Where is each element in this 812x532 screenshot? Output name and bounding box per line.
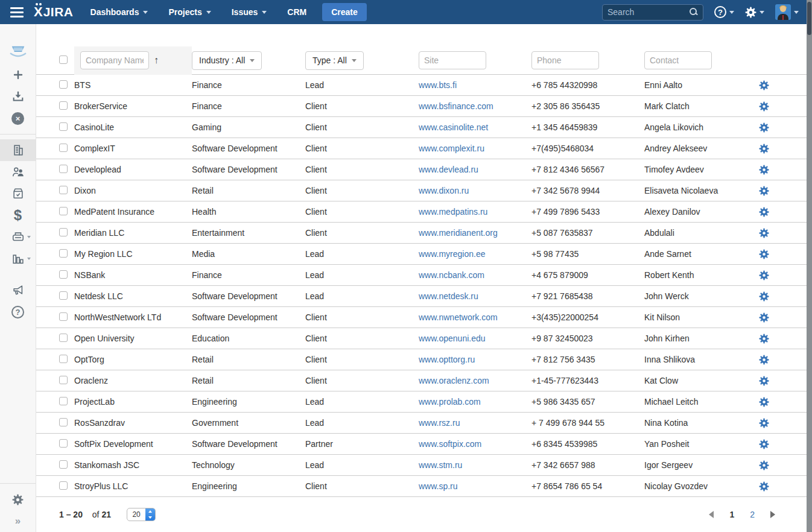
row-settings-gear-icon[interactable] xyxy=(759,397,769,407)
site-filter-input[interactable] xyxy=(419,51,486,69)
row-checkbox[interactable] xyxy=(59,439,68,448)
import-button[interactable] xyxy=(0,86,36,107)
select-all-checkbox[interactable] xyxy=(59,55,68,64)
row-settings-gear-icon[interactable] xyxy=(759,334,769,344)
site-link[interactable]: www.nwnetwork.com xyxy=(419,312,498,322)
sidebar-item-help[interactable]: ? xyxy=(0,301,36,323)
row-checkbox[interactable] xyxy=(59,312,68,321)
sidebar-item-reports[interactable] xyxy=(0,248,36,270)
site-link[interactable]: www.oraclenz.com xyxy=(419,376,489,385)
type-filter-dropdown[interactable]: Type : All xyxy=(305,51,364,70)
row-settings-gear-icon[interactable] xyxy=(759,101,769,112)
sidebar-expand[interactable]: » xyxy=(0,510,36,532)
crm-logo[interactable] xyxy=(0,40,36,64)
search-icon[interactable] xyxy=(690,8,698,16)
scrollbar[interactable] xyxy=(807,0,812,532)
site-link[interactable]: www.bsfinance.com xyxy=(419,101,493,111)
previous-page-arrow[interactable] xyxy=(709,511,714,518)
row-settings-gear-icon[interactable] xyxy=(759,249,769,259)
search-box[interactable] xyxy=(602,4,703,21)
site-link[interactable]: www.opttorg.ru xyxy=(419,355,475,364)
row-settings-gear-icon[interactable] xyxy=(759,165,769,175)
scrollbar-thumb[interactable] xyxy=(807,2,811,35)
site-link[interactable]: www.netdesk.ru xyxy=(419,291,478,301)
industry-filter-dropdown[interactable]: Industry : All xyxy=(192,51,262,70)
page-number-2[interactable]: 2 xyxy=(750,510,755,519)
row-settings-gear-icon[interactable] xyxy=(759,122,769,133)
row-settings-gear-icon[interactable] xyxy=(759,439,769,449)
help-menu[interactable]: ? xyxy=(714,6,734,18)
page-number-1[interactable]: 1 xyxy=(729,510,734,519)
row-settings-gear-icon[interactable] xyxy=(759,312,769,323)
add-button[interactable] xyxy=(0,64,36,86)
row-settings-gear-icon[interactable] xyxy=(759,207,769,217)
row-checkbox[interactable] xyxy=(59,397,68,405)
sidebar-item-products[interactable] xyxy=(0,183,36,204)
row-checkbox[interactable] xyxy=(59,376,68,384)
row-settings-gear-icon[interactable] xyxy=(759,228,769,238)
site-link[interactable]: www.medpatins.ru xyxy=(419,207,487,217)
row-settings-gear-icon[interactable] xyxy=(759,418,769,428)
clear-button[interactable]: × xyxy=(0,107,36,129)
hamburger-icon[interactable] xyxy=(0,7,34,17)
site-link[interactable]: www.meridianent.org xyxy=(419,228,498,238)
site-link[interactable]: www.sp.ru xyxy=(419,481,458,491)
menu-issues[interactable]: Issues xyxy=(232,7,267,17)
row-checkbox[interactable] xyxy=(59,101,68,110)
site-link[interactable]: www.ncbank.com xyxy=(419,270,484,280)
jira-logo[interactable]: X JIRA xyxy=(34,6,74,18)
row-settings-gear-icon[interactable] xyxy=(759,355,769,365)
site-link[interactable]: www.devlead.ru xyxy=(419,165,478,174)
site-link[interactable]: www.myregion.ee xyxy=(419,249,486,259)
create-button[interactable]: Create xyxy=(322,3,367,21)
contact-filter-input[interactable] xyxy=(644,51,712,69)
site-link[interactable]: www.stm.ru xyxy=(419,460,462,470)
row-checkbox[interactable] xyxy=(59,80,68,89)
site-link[interactable]: www.softpix.com xyxy=(419,439,481,449)
sort-ascending-icon[interactable]: ↑ xyxy=(154,55,159,66)
menu-crm[interactable]: CRM xyxy=(287,7,306,17)
row-settings-gear-icon[interactable] xyxy=(759,291,769,302)
site-link[interactable]: www.prolab.com xyxy=(419,397,481,407)
site-link[interactable]: www.rsz.ru xyxy=(419,418,460,428)
site-link[interactable]: www.openuni.edu xyxy=(419,334,486,343)
row-checkbox[interactable] xyxy=(59,481,68,490)
row-checkbox[interactable] xyxy=(59,207,68,215)
sidebar-item-announcements[interactable] xyxy=(0,279,36,301)
row-settings-gear-icon[interactable] xyxy=(759,270,769,280)
page-size-select[interactable]: 20 xyxy=(127,508,156,521)
next-page-arrow[interactable] xyxy=(770,511,775,518)
row-checkbox[interactable] xyxy=(59,460,68,469)
row-settings-gear-icon[interactable] xyxy=(759,481,769,492)
row-checkbox[interactable] xyxy=(59,144,68,152)
row-settings-gear-icon[interactable] xyxy=(759,186,769,196)
sidebar-item-contacts[interactable] xyxy=(0,161,36,183)
search-input[interactable] xyxy=(607,7,690,17)
row-checkbox[interactable] xyxy=(59,270,68,279)
row-checkbox[interactable] xyxy=(59,228,68,236)
row-checkbox[interactable] xyxy=(59,186,68,194)
menu-dashboards[interactable]: Dashboards xyxy=(90,7,148,17)
company-name-filter-input[interactable] xyxy=(80,51,149,69)
phone-filter-input[interactable] xyxy=(531,51,599,69)
site-link[interactable]: www.complexit.ru xyxy=(419,144,484,153)
row-checkbox[interactable] xyxy=(59,334,68,342)
row-checkbox[interactable] xyxy=(59,165,68,173)
user-menu[interactable] xyxy=(775,4,799,20)
row-checkbox[interactable] xyxy=(59,291,68,300)
sidebar-item-finance[interactable]: $ xyxy=(0,204,36,226)
sidebar-item-transactions[interactable] xyxy=(0,226,36,248)
site-link[interactable]: www.dixon.ru xyxy=(419,186,469,195)
row-settings-gear-icon[interactable] xyxy=(759,80,769,90)
site-link[interactable]: www.bts.fi xyxy=(419,80,457,90)
admin-menu[interactable] xyxy=(745,7,764,18)
menu-projects[interactable]: Projects xyxy=(168,7,211,17)
row-checkbox[interactable] xyxy=(59,249,68,258)
row-checkbox[interactable] xyxy=(59,355,68,363)
sidebar-item-companies[interactable] xyxy=(0,139,36,161)
sidebar-settings[interactable] xyxy=(0,489,36,510)
row-settings-gear-icon[interactable] xyxy=(759,144,769,154)
row-settings-gear-icon[interactable] xyxy=(759,460,769,470)
row-checkbox[interactable] xyxy=(59,418,68,426)
row-settings-gear-icon[interactable] xyxy=(759,376,769,386)
